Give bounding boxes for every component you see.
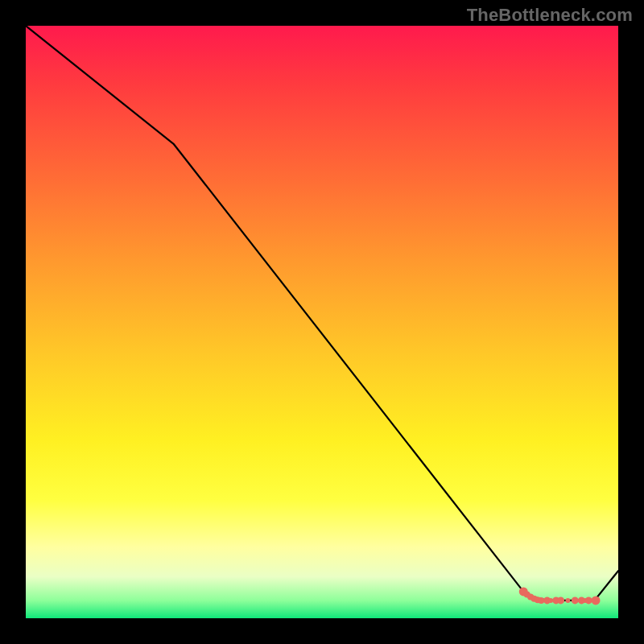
chart-plot-area — [26, 26, 618, 618]
watermark-label: TheBottleneck.com — [467, 5, 633, 26]
